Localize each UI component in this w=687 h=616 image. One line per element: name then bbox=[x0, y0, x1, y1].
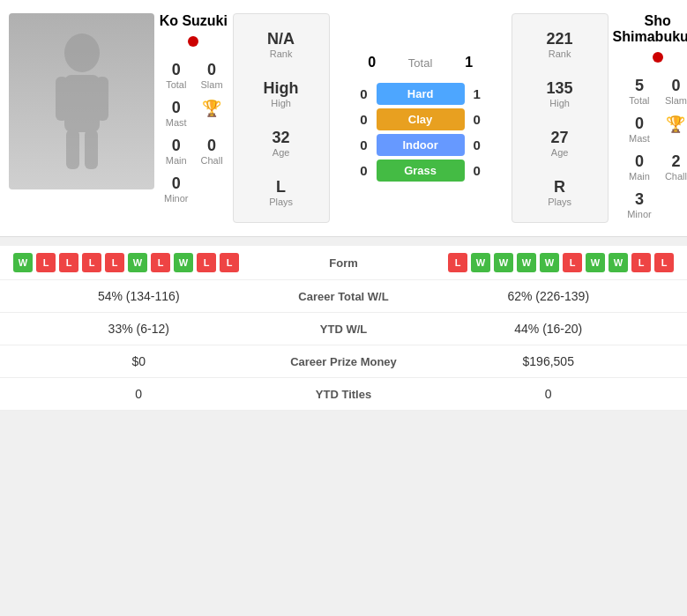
right-slam-label: Slam bbox=[665, 95, 687, 106]
stats-right-0: 62% (226-139) bbox=[423, 289, 675, 303]
right-player-name-big: Sho Shimabukuro bbox=[613, 13, 687, 45]
main-container: Ko Suzuki 0 Total 0 Slam 0 Mast 🏆 bbox=[0, 0, 687, 411]
right-slam-cell: 0 Slam bbox=[659, 73, 687, 109]
left-form-badge-4: L bbox=[105, 253, 124, 272]
stats-right-1: 44% (16-20) bbox=[423, 322, 675, 336]
right-rank-item: 221 Rank bbox=[547, 30, 573, 59]
stats-right-3: 0 bbox=[423, 387, 675, 401]
right-slam-value: 0 bbox=[671, 77, 680, 95]
stats-right-2: $196,505 bbox=[423, 354, 675, 368]
stats-rows: 54% (134-116)Career Total W/L62% (226-13… bbox=[0, 280, 687, 411]
stats-left-2: $0 bbox=[13, 354, 265, 368]
left-slam-label: Slam bbox=[201, 79, 223, 90]
left-form-badge-0: W bbox=[13, 253, 33, 272]
right-minor-value: 3 bbox=[635, 190, 644, 209]
left-main-cell: 0 Main bbox=[159, 133, 194, 169]
indoor-left-num: 0 bbox=[341, 137, 368, 152]
clay-button[interactable]: Clay bbox=[377, 108, 465, 130]
left-high-value: High bbox=[264, 79, 299, 98]
right-stats-grid: 5 Total 0 Slam 0 Mast 🏆 0 Main bbox=[622, 73, 687, 223]
right-total-value: 5 bbox=[635, 77, 644, 95]
total-label: Total bbox=[394, 56, 447, 70]
stats-row-2: $0Career Prize Money$196,505 bbox=[0, 345, 687, 378]
right-main-value: 0 bbox=[635, 152, 644, 171]
right-minor-cell: 3 Minor bbox=[622, 187, 657, 223]
hard-button[interactable]: Hard bbox=[377, 83, 465, 105]
left-main-value: 0 bbox=[172, 137, 181, 155]
left-flag bbox=[188, 36, 198, 47]
right-high-item: 135 High bbox=[547, 79, 573, 108]
hard-left-num: 0 bbox=[341, 86, 368, 101]
right-plays-item: R Plays bbox=[548, 178, 571, 207]
right-form-badge-8: L bbox=[631, 253, 651, 272]
total-row: 0 Total 1 bbox=[359, 55, 482, 71]
right-flag bbox=[653, 52, 663, 63]
right-rank-value: 221 bbox=[547, 30, 573, 48]
left-chall-label: Chall bbox=[201, 155, 223, 166]
stats-row-1: 33% (6-12)YTD W/L44% (16-20) bbox=[0, 313, 687, 345]
right-plays-value: R bbox=[548, 178, 571, 197]
right-chall-value: 2 bbox=[671, 152, 680, 171]
left-high-item: High High bbox=[264, 79, 299, 108]
right-age-item: 27 Age bbox=[551, 129, 569, 158]
surface-row-hard: 0 Hard 1 bbox=[341, 83, 500, 105]
left-age-item: 32 Age bbox=[273, 129, 290, 158]
surface-row-indoor: 0 Indoor 0 bbox=[341, 134, 500, 156]
right-form-badge-2: W bbox=[494, 253, 513, 272]
left-center-stats: N/A Rank High High 32 Age L Plays bbox=[233, 13, 330, 223]
left-age-label: Age bbox=[273, 147, 290, 158]
left-stats-grid: 0 Total 0 Slam 0 Mast 🏆 0 Main bbox=[159, 57, 228, 207]
stats-label-2: Career Prize Money bbox=[265, 355, 423, 368]
form-label: Form bbox=[291, 256, 397, 270]
left-trophy-icon: 🏆 bbox=[202, 99, 221, 118]
left-player-area: Ko Suzuki 0 Total 0 Slam 0 Mast 🏆 bbox=[159, 13, 228, 223]
indoor-button[interactable]: Indoor bbox=[377, 134, 465, 156]
right-chall-cell: 2 Chall bbox=[659, 149, 687, 185]
right-age-value: 27 bbox=[551, 129, 569, 147]
left-form: WLLLLWLWLL bbox=[13, 253, 291, 272]
right-high-value: 135 bbox=[547, 79, 573, 98]
left-rank-item: N/A Rank bbox=[267, 30, 295, 59]
hard-right-num: 1 bbox=[474, 86, 500, 101]
stats-left-1: 33% (6-12) bbox=[13, 322, 265, 336]
grass-button[interactable]: Grass bbox=[377, 160, 465, 182]
left-player-name-big: Ko Suzuki bbox=[160, 13, 228, 29]
left-form-badge-2: L bbox=[59, 253, 78, 272]
left-age-value: 32 bbox=[273, 129, 290, 147]
left-form-badge-3: L bbox=[82, 253, 101, 272]
left-form-badge-5: W bbox=[128, 253, 147, 272]
indoor-right-num: 0 bbox=[474, 137, 500, 152]
right-form-badge-6: W bbox=[586, 253, 605, 272]
left-form-badge-7: W bbox=[174, 253, 193, 272]
left-rank-value: N/A bbox=[267, 30, 295, 48]
left-plays-label: Plays bbox=[269, 197, 293, 207]
right-mast-cell: 0 Mast bbox=[622, 111, 657, 147]
right-form-badge-4: W bbox=[540, 253, 559, 272]
left-total-cell: 0 Total bbox=[159, 57, 194, 93]
right-plays-label: Plays bbox=[548, 197, 571, 207]
svg-rect-4 bbox=[66, 130, 79, 169]
right-form-badge-3: W bbox=[517, 253, 536, 272]
surface-area: 0 Total 1 0 Hard 1 0 Clay 0 0 Indoor 0 0 bbox=[334, 13, 507, 223]
right-total-label: Total bbox=[629, 95, 649, 106]
left-total-value: 0 bbox=[172, 61, 181, 79]
left-chall-value: 0 bbox=[207, 137, 216, 155]
left-mast-value: 0 bbox=[172, 99, 181, 117]
right-mast-label: Mast bbox=[629, 133, 650, 144]
svg-rect-3 bbox=[96, 77, 108, 121]
right-main-label: Main bbox=[629, 171, 650, 182]
left-form-badge-8: L bbox=[197, 253, 216, 272]
right-trophy-icon: 🏆 bbox=[666, 115, 685, 134]
left-form-badge-9: L bbox=[220, 253, 239, 272]
left-mast-cell: 0 Mast bbox=[159, 95, 194, 131]
left-silhouette bbox=[9, 13, 154, 189]
right-form-badge-9: L bbox=[654, 253, 674, 272]
left-minor-cell: 0 Minor bbox=[159, 171, 194, 207]
svg-rect-5 bbox=[85, 130, 98, 169]
stats-left-0: 54% (134-116) bbox=[13, 289, 265, 303]
right-player-area: Sho Shimabukuro 5 Total 0 Slam 0 Mast 🏆 bbox=[613, 13, 687, 223]
left-minor-value: 0 bbox=[172, 174, 181, 193]
stats-row-0: 54% (134-116)Career Total W/L62% (226-13… bbox=[0, 280, 687, 313]
clay-right-num: 0 bbox=[474, 112, 500, 127]
left-trophy-cell: 🏆 bbox=[196, 95, 228, 131]
